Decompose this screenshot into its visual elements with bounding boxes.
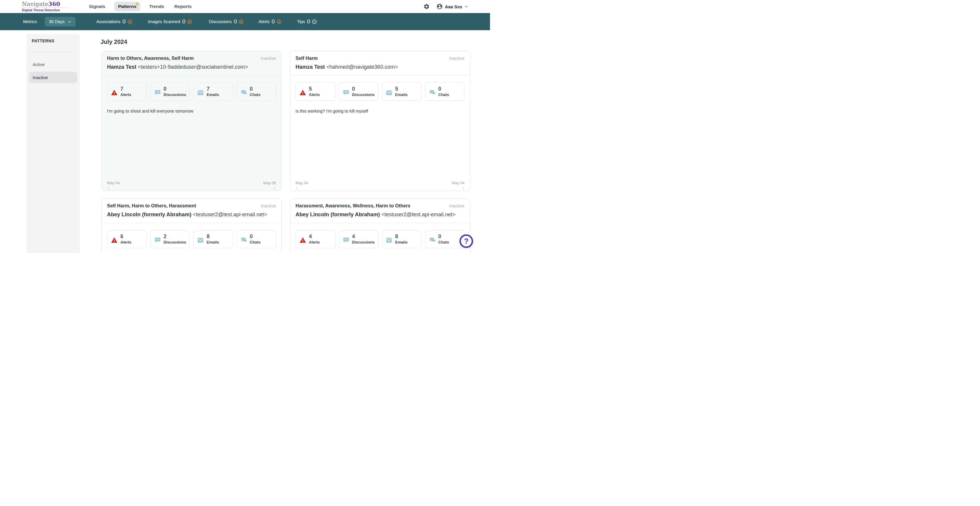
metric-value: 0	[307, 18, 310, 25]
chevron-down-icon	[68, 20, 72, 24]
chat-bubbles-icon	[429, 89, 436, 96]
chevron-down-icon	[464, 5, 468, 9]
chat-bubbles-icon	[240, 89, 247, 96]
stats-row: 6Alerts 2Discussions 8Emails 0Chats	[107, 230, 276, 248]
circle-minus-icon[interactable]	[312, 19, 317, 24]
metric-discussions: Discussions 0	[209, 18, 243, 25]
stat-tile-chats: 0Chats	[425, 230, 465, 248]
timeline-start-date: May 04	[107, 181, 120, 185]
main-nav: Signals Patterns Trends Reports	[88, 0, 193, 13]
alert-triangle-icon	[111, 237, 118, 244]
card-person: Hamza Test <hahmed@navigate360.com>	[296, 64, 465, 70]
pattern-card[interactable]: Self Harm, Harm to Others, Harassment In…	[101, 198, 282, 253]
stat-tile-discussions: 2Discussions	[150, 230, 190, 248]
discussion-bubble-icon	[343, 89, 350, 96]
timeline: May 04 May 06	[107, 181, 276, 191]
chat-bubbles-icon	[240, 237, 247, 244]
card-person: Hamza Test <testers+10-9addeduser@social…	[107, 64, 276, 70]
card-person: Abey Lincoln (formerly Abraham) <testuse…	[107, 211, 276, 218]
email-envelope-icon	[197, 89, 204, 96]
patterns-sidebar: PATTERNS Active Inactive	[26, 34, 80, 253]
person-email: <hahmed@navigate360.com>	[326, 64, 398, 70]
help-button[interactable]: ?	[460, 234, 473, 248]
card-body: 4Alerts 4Discussions 8Emails 0Chats	[290, 230, 470, 253]
pattern-message: I'm going to shoot and kill everyone tom…	[107, 109, 276, 113]
card-body: 7Alerts 0Discussions 7Emails 0Chats I'm …	[102, 82, 281, 191]
tab-reports[interactable]: Reports	[173, 2, 193, 11]
person-email: <testers+10-9addeduser@socialsentinel.co…	[138, 64, 248, 70]
sidebar-divider	[29, 52, 77, 52]
stat-tile-chats: 0Chats	[425, 82, 465, 101]
timeline-tick	[108, 187, 109, 190]
stat-tile-alerts: 7Alerts	[107, 82, 147, 101]
metric-associations: Associations 0	[96, 18, 132, 25]
stat-tile-emails: 8Emails	[382, 230, 422, 248]
card-body: 6Alerts 2Discussions 8Emails 0Chats	[102, 230, 281, 253]
stat-tile-discussions: 4Discussions	[339, 230, 379, 248]
person-email: <testuser2@test.api-email.net>	[192, 211, 267, 217]
card-person: Abey Lincoln (formerly Abraham) <testuse…	[296, 211, 465, 218]
alert-triangle-icon	[299, 237, 306, 244]
pattern-message: is this working? I'm going to kill mysel…	[296, 109, 465, 113]
circle-arrow-down-icon[interactable]	[239, 19, 243, 24]
status-badge: Inactive	[261, 56, 276, 61]
metrics-bar: Metrics 30 Days Associations 0 Images Sc…	[0, 13, 490, 30]
top-header: Navigate360 Digital Threat Detection Sig…	[0, 0, 490, 13]
circle-arrow-down-icon[interactable]	[187, 19, 192, 24]
metric-tips: Tips 0	[297, 18, 317, 25]
timeline-tick	[297, 187, 298, 190]
stat-tile-emails: 7Emails	[193, 82, 233, 101]
pattern-cards-grid: Harm to Others, Awareness, Self Harm Ina…	[101, 51, 470, 253]
stat-tile-alerts: 4Alerts	[296, 230, 335, 248]
stat-tile-alerts: 5Alerts	[296, 82, 335, 101]
sidebar-item-active[interactable]: Active	[29, 59, 77, 70]
card-categories: Harm to Others, Awareness, Self Harm	[107, 56, 194, 61]
alert-triangle-icon	[111, 89, 118, 96]
stat-tile-chats: 0Chats	[237, 230, 276, 248]
email-envelope-icon	[386, 237, 393, 244]
timeline-end-date: May 06	[263, 181, 276, 185]
circle-arrow-down-icon[interactable]	[277, 19, 282, 24]
stats-row: 4Alerts 4Discussions 8Emails 0Chats	[296, 230, 465, 248]
status-badge: Inactive	[449, 56, 465, 61]
metric-value: 0	[272, 18, 275, 25]
card-categories: Self Harm	[296, 56, 318, 61]
email-envelope-icon	[197, 237, 204, 244]
settings-gear-icon[interactable]	[423, 3, 430, 10]
circle-arrow-down-icon[interactable]	[127, 19, 132, 24]
brand-tagline: Digital Threat Detection	[22, 8, 70, 12]
metrics-label: Metrics	[23, 19, 37, 24]
tab-patterns[interactable]: Patterns	[114, 2, 140, 11]
status-badge: Inactive	[449, 203, 465, 208]
stat-tile-discussions: 0Discussions	[150, 82, 190, 101]
timeline-tick	[274, 187, 275, 190]
date-range-select[interactable]: 30 Days	[45, 17, 76, 26]
card-categories: Harassment, Awareness, Wellness, Harm to…	[296, 203, 410, 209]
user-menu[interactable]: Aaa Sss	[436, 3, 468, 10]
brand-wordmark: Navigate360	[22, 1, 70, 8]
stat-tile-alerts: 6Alerts	[107, 230, 147, 248]
brand-logo[interactable]: Navigate360 Digital Threat Detection	[22, 1, 70, 12]
pattern-card[interactable]: Harm to Others, Awareness, Self Harm Ina…	[101, 51, 282, 191]
discussion-bubble-icon	[343, 237, 350, 244]
metric-alerts: Alerts 0	[258, 18, 282, 25]
status-badge: Inactive	[261, 203, 276, 208]
metric-value: 0	[182, 18, 186, 25]
sidebar-item-inactive[interactable]: Inactive	[29, 72, 77, 83]
stat-tile-chats: 0Chats	[237, 82, 276, 101]
card-categories: Self Harm, Harm to Others, Harassment	[107, 203, 196, 209]
pattern-card[interactable]: Harassment, Awareness, Wellness, Harm to…	[290, 198, 470, 253]
metric-value: 0	[234, 18, 237, 25]
stats-row: 7Alerts 0Discussions 7Emails 0Chats	[107, 82, 276, 101]
stat-tile-emails: 5Emails	[382, 82, 422, 101]
tab-signals[interactable]: Signals	[88, 2, 107, 11]
pattern-card[interactable]: Self Harm Inactive Hamza Test <hahmed@na…	[290, 51, 470, 191]
timeline-start-date: May 04	[296, 181, 308, 185]
chat-bubbles-icon	[429, 237, 436, 244]
tab-trends[interactable]: Trends	[148, 2, 165, 11]
email-envelope-icon	[386, 89, 393, 96]
stat-tile-emails: 8Emails	[193, 230, 233, 248]
stats-row: 5Alerts 0Discussions 5Emails 0Chats	[296, 82, 465, 101]
discussion-bubble-icon	[154, 237, 161, 244]
avatar-icon	[436, 3, 443, 10]
